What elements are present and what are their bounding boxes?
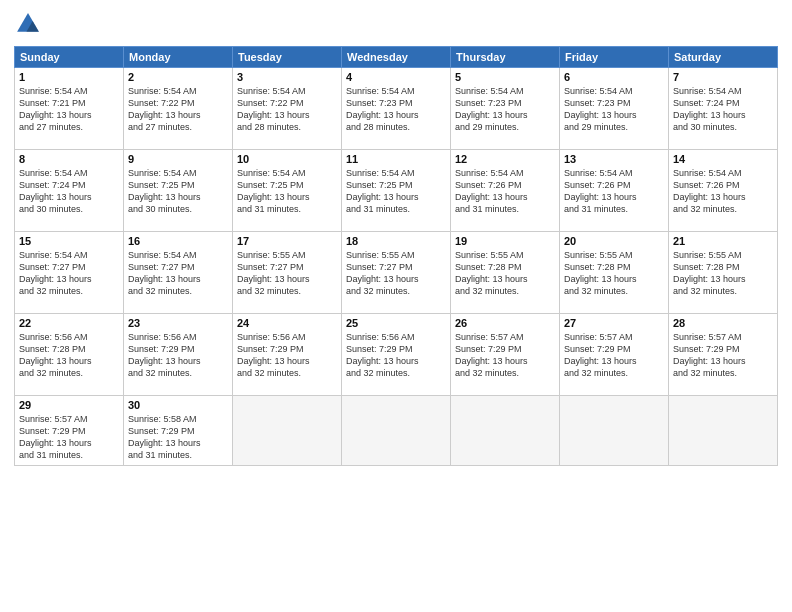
day-number: 19 (455, 235, 555, 247)
col-header-monday: Monday (124, 47, 233, 68)
day-number: 1 (19, 71, 119, 83)
page: SundayMondayTuesdayWednesdayThursdayFrid… (0, 0, 792, 612)
day-number: 14 (673, 153, 773, 165)
day-number: 13 (564, 153, 664, 165)
day-number: 2 (128, 71, 228, 83)
day-number: 17 (237, 235, 337, 247)
day-number: 4 (346, 71, 446, 83)
cell-info: Sunrise: 5:55 AMSunset: 7:27 PMDaylight:… (346, 249, 446, 298)
col-header-friday: Friday (560, 47, 669, 68)
cell-info: Sunrise: 5:54 AMSunset: 7:23 PMDaylight:… (455, 85, 555, 134)
calendar-cell (451, 396, 560, 466)
cell-info: Sunrise: 5:55 AMSunset: 7:28 PMDaylight:… (673, 249, 773, 298)
cell-info: Sunrise: 5:56 AMSunset: 7:29 PMDaylight:… (237, 331, 337, 380)
day-number: 23 (128, 317, 228, 329)
calendar-cell: 17Sunrise: 5:55 AMSunset: 7:27 PMDayligh… (233, 232, 342, 314)
header (14, 10, 778, 38)
cell-info: Sunrise: 5:54 AMSunset: 7:23 PMDaylight:… (346, 85, 446, 134)
calendar-cell: 15Sunrise: 5:54 AMSunset: 7:27 PMDayligh… (15, 232, 124, 314)
cell-info: Sunrise: 5:58 AMSunset: 7:29 PMDaylight:… (128, 413, 228, 462)
col-header-tuesday: Tuesday (233, 47, 342, 68)
cell-info: Sunrise: 5:54 AMSunset: 7:26 PMDaylight:… (455, 167, 555, 216)
cell-info: Sunrise: 5:57 AMSunset: 7:29 PMDaylight:… (19, 413, 119, 462)
calendar-cell: 29Sunrise: 5:57 AMSunset: 7:29 PMDayligh… (15, 396, 124, 466)
cell-info: Sunrise: 5:56 AMSunset: 7:28 PMDaylight:… (19, 331, 119, 380)
calendar-cell: 26Sunrise: 5:57 AMSunset: 7:29 PMDayligh… (451, 314, 560, 396)
calendar-cell: 10Sunrise: 5:54 AMSunset: 7:25 PMDayligh… (233, 150, 342, 232)
calendar-week-2: 8Sunrise: 5:54 AMSunset: 7:24 PMDaylight… (15, 150, 778, 232)
calendar-cell: 27Sunrise: 5:57 AMSunset: 7:29 PMDayligh… (560, 314, 669, 396)
cell-info: Sunrise: 5:54 AMSunset: 7:24 PMDaylight:… (19, 167, 119, 216)
day-number: 29 (19, 399, 119, 411)
calendar-cell (342, 396, 451, 466)
cell-info: Sunrise: 5:54 AMSunset: 7:22 PMDaylight:… (237, 85, 337, 134)
cell-info: Sunrise: 5:54 AMSunset: 7:26 PMDaylight:… (564, 167, 664, 216)
calendar-cell: 22Sunrise: 5:56 AMSunset: 7:28 PMDayligh… (15, 314, 124, 396)
cell-info: Sunrise: 5:55 AMSunset: 7:28 PMDaylight:… (455, 249, 555, 298)
calendar-cell: 5Sunrise: 5:54 AMSunset: 7:23 PMDaylight… (451, 68, 560, 150)
day-number: 25 (346, 317, 446, 329)
day-number: 10 (237, 153, 337, 165)
calendar-cell: 6Sunrise: 5:54 AMSunset: 7:23 PMDaylight… (560, 68, 669, 150)
day-number: 9 (128, 153, 228, 165)
cell-info: Sunrise: 5:54 AMSunset: 7:22 PMDaylight:… (128, 85, 228, 134)
calendar-cell: 24Sunrise: 5:56 AMSunset: 7:29 PMDayligh… (233, 314, 342, 396)
calendar-table: SundayMondayTuesdayWednesdayThursdayFrid… (14, 46, 778, 466)
calendar-cell: 7Sunrise: 5:54 AMSunset: 7:24 PMDaylight… (669, 68, 778, 150)
calendar-cell: 21Sunrise: 5:55 AMSunset: 7:28 PMDayligh… (669, 232, 778, 314)
cell-info: Sunrise: 5:54 AMSunset: 7:25 PMDaylight:… (128, 167, 228, 216)
calendar-cell: 14Sunrise: 5:54 AMSunset: 7:26 PMDayligh… (669, 150, 778, 232)
day-number: 5 (455, 71, 555, 83)
calendar-cell: 16Sunrise: 5:54 AMSunset: 7:27 PMDayligh… (124, 232, 233, 314)
cell-info: Sunrise: 5:54 AMSunset: 7:27 PMDaylight:… (19, 249, 119, 298)
calendar-cell: 20Sunrise: 5:55 AMSunset: 7:28 PMDayligh… (560, 232, 669, 314)
calendar-cell: 3Sunrise: 5:54 AMSunset: 7:22 PMDaylight… (233, 68, 342, 150)
day-number: 30 (128, 399, 228, 411)
calendar-cell (669, 396, 778, 466)
cell-info: Sunrise: 5:57 AMSunset: 7:29 PMDaylight:… (673, 331, 773, 380)
calendar-cell: 9Sunrise: 5:54 AMSunset: 7:25 PMDaylight… (124, 150, 233, 232)
calendar-cell: 13Sunrise: 5:54 AMSunset: 7:26 PMDayligh… (560, 150, 669, 232)
day-number: 21 (673, 235, 773, 247)
day-number: 8 (19, 153, 119, 165)
cell-info: Sunrise: 5:54 AMSunset: 7:26 PMDaylight:… (673, 167, 773, 216)
calendar-cell: 1Sunrise: 5:54 AMSunset: 7:21 PMDaylight… (15, 68, 124, 150)
cell-info: Sunrise: 5:54 AMSunset: 7:23 PMDaylight:… (564, 85, 664, 134)
cell-info: Sunrise: 5:57 AMSunset: 7:29 PMDaylight:… (455, 331, 555, 380)
calendar-cell: 28Sunrise: 5:57 AMSunset: 7:29 PMDayligh… (669, 314, 778, 396)
day-number: 18 (346, 235, 446, 247)
day-number: 28 (673, 317, 773, 329)
col-header-wednesday: Wednesday (342, 47, 451, 68)
day-number: 26 (455, 317, 555, 329)
calendar-cell: 4Sunrise: 5:54 AMSunset: 7:23 PMDaylight… (342, 68, 451, 150)
calendar-cell: 30Sunrise: 5:58 AMSunset: 7:29 PMDayligh… (124, 396, 233, 466)
logo (14, 10, 46, 38)
day-number: 22 (19, 317, 119, 329)
cell-info: Sunrise: 5:54 AMSunset: 7:21 PMDaylight:… (19, 85, 119, 134)
calendar-week-5: 29Sunrise: 5:57 AMSunset: 7:29 PMDayligh… (15, 396, 778, 466)
cell-info: Sunrise: 5:54 AMSunset: 7:25 PMDaylight:… (237, 167, 337, 216)
calendar-cell: 8Sunrise: 5:54 AMSunset: 7:24 PMDaylight… (15, 150, 124, 232)
cell-info: Sunrise: 5:55 AMSunset: 7:28 PMDaylight:… (564, 249, 664, 298)
calendar-week-3: 15Sunrise: 5:54 AMSunset: 7:27 PMDayligh… (15, 232, 778, 314)
cell-info: Sunrise: 5:54 AMSunset: 7:24 PMDaylight:… (673, 85, 773, 134)
day-number: 7 (673, 71, 773, 83)
cell-info: Sunrise: 5:56 AMSunset: 7:29 PMDaylight:… (128, 331, 228, 380)
calendar-week-1: 1Sunrise: 5:54 AMSunset: 7:21 PMDaylight… (15, 68, 778, 150)
calendar-cell: 18Sunrise: 5:55 AMSunset: 7:27 PMDayligh… (342, 232, 451, 314)
day-number: 12 (455, 153, 555, 165)
calendar-cell: 2Sunrise: 5:54 AMSunset: 7:22 PMDaylight… (124, 68, 233, 150)
cell-info: Sunrise: 5:54 AMSunset: 7:25 PMDaylight:… (346, 167, 446, 216)
cell-info: Sunrise: 5:56 AMSunset: 7:29 PMDaylight:… (346, 331, 446, 380)
day-number: 11 (346, 153, 446, 165)
col-header-saturday: Saturday (669, 47, 778, 68)
calendar-cell: 11Sunrise: 5:54 AMSunset: 7:25 PMDayligh… (342, 150, 451, 232)
cell-info: Sunrise: 5:57 AMSunset: 7:29 PMDaylight:… (564, 331, 664, 380)
day-number: 27 (564, 317, 664, 329)
day-number: 20 (564, 235, 664, 247)
col-header-sunday: Sunday (15, 47, 124, 68)
cell-info: Sunrise: 5:54 AMSunset: 7:27 PMDaylight:… (128, 249, 228, 298)
cell-info: Sunrise: 5:55 AMSunset: 7:27 PMDaylight:… (237, 249, 337, 298)
logo-icon (14, 10, 42, 38)
calendar-cell: 12Sunrise: 5:54 AMSunset: 7:26 PMDayligh… (451, 150, 560, 232)
